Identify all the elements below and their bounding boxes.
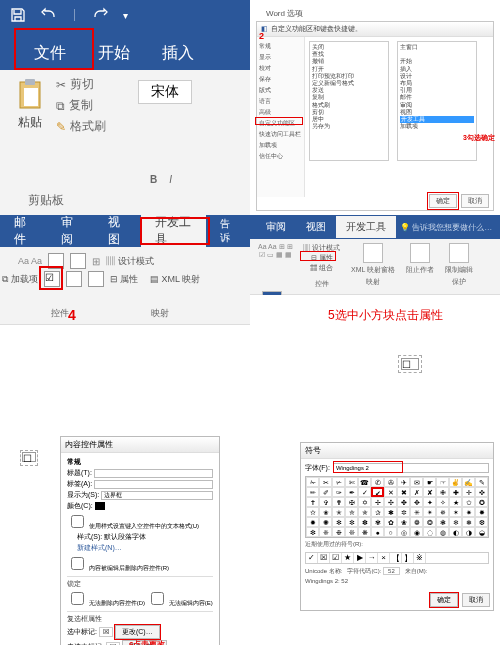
symbol-cell[interactable]: ✑: [332, 487, 345, 497]
tab-view[interactable]: 视图: [296, 216, 336, 238]
symbol-cell[interactable]: ❃: [436, 517, 449, 527]
symbol-cell[interactable]: ✰: [371, 507, 384, 517]
properties-button[interactable]: ⊟ 属性: [303, 253, 340, 263]
symbol-cell[interactable]: ✏: [306, 487, 319, 497]
developer-tab-item[interactable]: 开发工具: [400, 116, 474, 123]
addins-label[interactable]: ⧉ 加载项: [2, 273, 38, 286]
symbol-cell[interactable]: ✙: [436, 487, 449, 497]
xml-map-icon[interactable]: [363, 243, 383, 263]
symbol-cell[interactable]: ✿: [384, 517, 397, 527]
symbol-cell[interactable]: ✚: [449, 487, 462, 497]
change-checked-button[interactable]: 更改(C)…: [115, 625, 160, 639]
symbol-cell[interactable]: ✞: [319, 497, 332, 507]
symbol-cell[interactable]: ✆: [371, 477, 384, 487]
symbol-cell[interactable]: ✩: [462, 497, 475, 507]
symbol-cell[interactable]: ✄: [345, 477, 358, 487]
symbol-cell[interactable]: ✽: [358, 517, 371, 527]
symbol-cell[interactable]: ❀: [397, 517, 410, 527]
symbol-cell[interactable]: ❁: [410, 517, 423, 527]
control-icon[interactable]: [66, 271, 82, 287]
symbol-cell[interactable]: ✣: [384, 497, 397, 507]
symbol-cell[interactable]: ✧: [436, 497, 449, 507]
symbol-cell[interactable]: ✺: [319, 517, 332, 527]
symbol-cell[interactable]: ❄: [449, 517, 462, 527]
symbol-cell[interactable]: ◐: [449, 527, 462, 537]
symbol-cell[interactable]: ✘: [423, 487, 436, 497]
symbol-cell[interactable]: ◍: [436, 527, 449, 537]
symbol-cell[interactable]: ✌: [449, 477, 462, 487]
checkbox-content-control[interactable]: ☐: [398, 355, 422, 373]
symbol-cell[interactable]: ◉: [410, 527, 423, 537]
symbol-cell[interactable]: ◎: [397, 527, 410, 537]
symbol-cell[interactable]: ✗: [410, 487, 423, 497]
cut-button[interactable]: ✂剪切: [56, 74, 106, 95]
symbol-cell[interactable]: ◑: [462, 527, 475, 537]
title-input[interactable]: [94, 469, 213, 478]
symbol-cell[interactable]: ◒: [475, 527, 488, 537]
tab-review[interactable]: 审阅: [256, 216, 296, 238]
symbol-cell[interactable]: ✖: [397, 487, 410, 497]
format-painter-button[interactable]: ✎格式刷: [56, 116, 106, 137]
symbol-cell[interactable]: ✸: [475, 507, 488, 517]
symbol-cell[interactable]: ✻: [332, 517, 345, 527]
symbol-cell[interactable]: ✬: [319, 507, 332, 517]
symbol-cell[interactable]: ○: [384, 527, 397, 537]
font-name-box[interactable]: 宋体: [138, 80, 192, 104]
tab-insert[interactable]: 插入: [146, 37, 210, 70]
checkbox-content-control[interactable]: ☐: [20, 450, 38, 466]
symbol-cell[interactable]: ✛: [462, 487, 475, 497]
symbol-cell[interactable]: ✡: [358, 497, 371, 507]
undo-icon[interactable]: [40, 7, 56, 23]
symbol-cell[interactable]: ✓: [358, 487, 371, 497]
symbol-cell[interactable]: ✐: [319, 487, 332, 497]
symbol-cell[interactable]: ✠: [345, 497, 358, 507]
symbol-cell[interactable]: ✎: [475, 477, 488, 487]
symbol-cell[interactable]: ✜: [475, 487, 488, 497]
cancel-button[interactable]: 取消: [462, 593, 490, 607]
recent-symbols[interactable]: ✓☒☑ ★▶→ ×【】 ※: [305, 552, 489, 564]
symbol-cell[interactable]: ✍: [462, 477, 475, 487]
ok-button[interactable]: 确定: [430, 593, 458, 607]
symbol-cell[interactable]: ✒: [345, 487, 358, 497]
symbol-cell[interactable]: ✥: [410, 497, 423, 507]
symbol-cell[interactable]: ❂: [423, 517, 436, 527]
cancel-button[interactable]: 取消: [461, 194, 489, 208]
copy-button[interactable]: ⧉复制: [56, 95, 106, 116]
symbol-cell[interactable]: ✹: [306, 517, 319, 527]
ribbon-tabs-list[interactable]: 主窗口 开始 插入设计布局 引用邮件审阅 视图 开发工具 加载项: [397, 41, 477, 161]
tab-developer[interactable]: 开发工具: [336, 216, 396, 238]
symbol-cell[interactable]: ✾: [371, 517, 384, 527]
symbol-cell[interactable]: ✟: [332, 497, 345, 507]
symbol-cell[interactable]: ★: [449, 497, 462, 507]
control-icon[interactable]: [70, 253, 86, 269]
symbol-cell[interactable]: ❋: [358, 527, 371, 537]
symbol-cell[interactable]: ✢: [371, 497, 384, 507]
symbol-cell[interactable]: ✃: [332, 477, 345, 487]
symbol-cell[interactable]: ✶: [449, 507, 462, 517]
control-icon[interactable]: [88, 271, 104, 287]
symbol-cell[interactable]: ✭: [332, 507, 345, 517]
tag-input[interactable]: [94, 480, 213, 489]
symbol-cell[interactable]: ✔: [371, 487, 384, 497]
symbol-cell[interactable]: ☎: [358, 477, 371, 487]
symbol-cell[interactable]: ✇: [384, 477, 397, 487]
symbol-cell[interactable]: ✈: [397, 477, 410, 487]
save-icon[interactable]: [10, 7, 26, 23]
symbol-cell[interactable]: ❇: [306, 527, 319, 537]
symbol-grid[interactable]: ✁✂✃✄☎✆✇✈✉☛☞✌✍✎✏✐✑✒✓✔✕✖✗✘✙✚✛✜✝✞✟✠✡✢✣✤✥✦✧★…: [305, 476, 489, 538]
symbol-cell[interactable]: ✴: [423, 507, 436, 517]
symbol-cell[interactable]: ✤: [397, 497, 410, 507]
symbol-cell[interactable]: ✷: [462, 507, 475, 517]
options-sidebar[interactable]: 常规显示校对 保存版式语言 高级 自定义功能区 快速访问工具栏加载项信任中心: [257, 37, 305, 197]
redo-icon[interactable]: [93, 7, 109, 23]
symbol-cell[interactable]: ◌: [423, 527, 436, 537]
symbol-cell[interactable]: ✳: [410, 507, 423, 517]
symbol-cell[interactable]: ☛: [423, 477, 436, 487]
symbol-cell[interactable]: ✵: [436, 507, 449, 517]
tell-me[interactable]: 💡 告诉我您想要做什么…: [400, 222, 492, 233]
symbol-cell[interactable]: ✕: [384, 487, 397, 497]
block-authors-icon[interactable]: [410, 243, 430, 263]
symbol-cell[interactable]: ❆: [475, 517, 488, 527]
xml-mapping-button[interactable]: ▤ XML 映射: [150, 273, 200, 286]
symbol-cell[interactable]: ❉: [332, 527, 345, 537]
